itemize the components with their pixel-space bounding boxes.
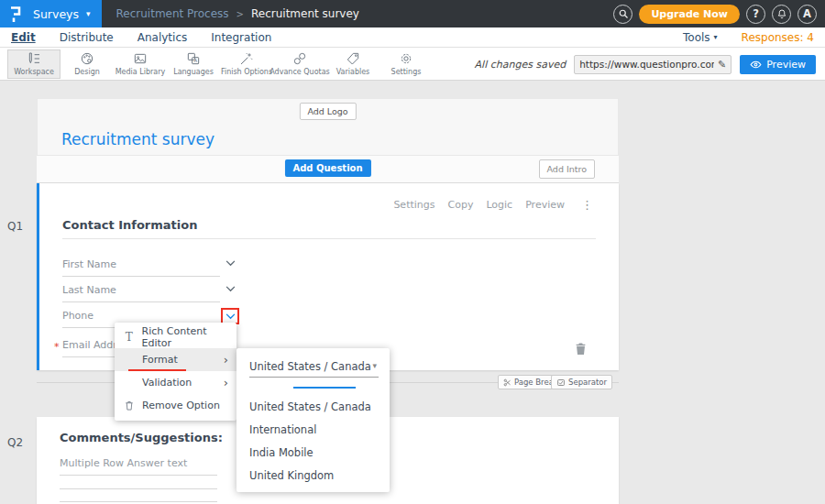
field-last-name-dropdown[interactable] — [226, 286, 236, 292]
toolbar-item-label: Design — [74, 68, 100, 76]
preview-button-label: Preview — [766, 59, 806, 71]
select-underline — [249, 377, 379, 378]
required-asterisk: * — [54, 341, 60, 353]
tab-analytics[interactable]: Analytics — [138, 31, 188, 44]
avatar[interactable]: A — [798, 5, 817, 24]
field-phone-dropdown[interactable] — [226, 313, 236, 320]
toolbar-item-label: Settings — [391, 68, 422, 76]
add-logo-button[interactable]: Add Logo — [299, 103, 356, 120]
questionpro-logo-icon — [6, 3, 26, 25]
question-preview-link[interactable]: Preview — [525, 199, 565, 211]
breadcrumb-separator: > — [236, 9, 244, 19]
tools-menu[interactable]: Tools ▾ — [683, 31, 718, 44]
toolbar-item-media-library[interactable]: Media Library — [114, 49, 167, 79]
format-select-value[interactable]: United States / Canada — [249, 360, 379, 373]
toolbar-item-label: Advance Quotas — [270, 68, 329, 76]
workspace-icon — [27, 51, 41, 66]
format-option-india-mobile[interactable]: India Mobile — [249, 446, 314, 459]
menu-item-label: Rich Content Editor — [142, 325, 236, 349]
tab-edit[interactable]: Edit — [11, 31, 36, 44]
search-icon — [618, 8, 629, 19]
select-caret-icon[interactable]: ▾ — [372, 361, 377, 370]
multirow-answer-placeholder[interactable]: Multiple Row Answer text — [60, 457, 217, 476]
toolbar-item-finish-options[interactable]: Finish Options — [220, 49, 273, 79]
format-option-us-canada[interactable]: United States / Canada — [249, 400, 371, 413]
translate-icon: A — [186, 51, 201, 66]
tab-integration[interactable]: Integration — [211, 31, 271, 44]
toolbar-item-design[interactable]: Design — [60, 49, 114, 79]
question-title-q1[interactable]: Contact Information — [62, 218, 197, 232]
gear-icon — [399, 51, 413, 66]
menu-item-format[interactable]: Format › — [115, 348, 236, 371]
magic-wand-icon — [239, 51, 254, 66]
menu-item-rich-content-editor[interactable]: T Rich Content Editor — [115, 325, 236, 348]
bell-icon — [776, 8, 787, 19]
chevron-down-icon — [226, 313, 236, 320]
submenu-chevron-icon: › — [224, 356, 228, 365]
tab-distribute[interactable]: Distribute — [60, 31, 114, 44]
image-icon — [133, 51, 148, 66]
more-options-icon[interactable]: ⋮ — [581, 198, 593, 212]
menu-item-remove-option[interactable]: Remove Option — [115, 394, 236, 417]
format-option-international[interactable]: International — [249, 423, 316, 436]
field-last-name[interactable]: Last Name — [62, 284, 220, 302]
question-number-q1: Q1 — [7, 220, 23, 233]
phone-format-panel: United States / Canada ▾ United States /… — [236, 348, 390, 492]
toolbar-right: All changes saved https://www.questionpr… — [475, 48, 816, 81]
toolbar-item-languages[interactable]: A Languages — [167, 49, 220, 79]
add-intro-button[interactable]: Add Intro — [539, 159, 595, 179]
survey-title[interactable]: Recruitment survey — [61, 130, 214, 148]
active-indicator-bar — [293, 387, 356, 389]
search-button[interactable] — [613, 5, 632, 24]
breadcrumb-folder[interactable]: Recruitment Process — [116, 7, 229, 20]
trash-icon — [123, 400, 136, 411]
question-title-q2[interactable]: Comments/Suggestions: — [60, 431, 223, 444]
toolbar-item-label: Finish Options — [221, 68, 272, 76]
answer-line[interactable] — [60, 501, 217, 502]
surveys-menu-label: Surveys — [33, 7, 79, 21]
links-icon — [292, 51, 307, 66]
menu-item-validation[interactable]: Validation › — [115, 371, 236, 394]
chevron-down-icon — [226, 260, 236, 267]
help-button[interactable]: ? — [746, 5, 765, 24]
question-title-rule — [62, 238, 596, 239]
toolbar-item-advance-quotas[interactable]: Advance Quotas — [273, 49, 326, 79]
question-number-q2: Q2 — [7, 436, 23, 449]
trash-icon — [575, 342, 587, 356]
separator-label: Separator — [568, 378, 607, 387]
preview-button[interactable]: Preview — [740, 55, 816, 74]
top-app-bar: Surveys ▾ Recruitment Process > Recruitm… — [0, 0, 825, 27]
upgrade-now-button[interactable]: Upgrade Now — [639, 5, 740, 24]
surveys-menu[interactable]: Surveys ▾ — [0, 0, 102, 27]
tools-label: Tools — [683, 31, 710, 44]
toolbar-item-variables[interactable]: Variables — [326, 49, 380, 79]
annotation-red-underline — [128, 369, 186, 371]
field-first-name[interactable]: First Name — [62, 258, 220, 277]
edit-url-icon[interactable]: ✎ — [718, 59, 726, 71]
question-logic-link[interactable]: Logic — [486, 199, 512, 211]
question-copy-link[interactable]: Copy — [448, 199, 474, 211]
toolbar-item-workspace[interactable]: Workspace — [7, 49, 60, 79]
answer-line[interactable] — [60, 488, 217, 489]
topbar-actions: Upgrade Now ? A — [613, 5, 825, 24]
notifications-button[interactable] — [772, 5, 791, 24]
question-actions: Settings Copy Logic Preview ⋮ — [393, 198, 593, 212]
delete-question-button[interactable] — [575, 342, 587, 356]
field-first-name-dropdown[interactable] — [226, 260, 236, 267]
svg-text:A: A — [193, 58, 197, 63]
text-format-icon: T — [123, 331, 136, 344]
format-option-united-kingdom[interactable]: United Kingdom — [249, 469, 334, 482]
question-settings-link[interactable]: Settings — [393, 199, 434, 211]
toolbar-item-settings[interactable]: Settings — [380, 49, 433, 79]
toolbar-item-label: Languages — [173, 68, 214, 76]
nav-right: Tools ▾ Responses: 4 — [683, 31, 814, 44]
autosave-status: All changes saved — [475, 59, 566, 71]
questionpro-survey-editor: Surveys ▾ Recruitment Process > Recruitm… — [0, 0, 825, 504]
separator-button[interactable]: Separator — [551, 375, 612, 389]
tag-icon — [346, 51, 360, 66]
toolbar-item-label: Media Library — [116, 68, 166, 76]
responses-count[interactable]: Responses: 4 — [742, 31, 814, 44]
add-question-button[interactable]: Add Question — [284, 159, 370, 177]
editor-toolbar: Workspace Design Media Library A Languag… — [0, 48, 825, 81]
survey-url-field[interactable]: https://www.questionpro.com/t/APNrFZ ✎ — [574, 55, 732, 74]
